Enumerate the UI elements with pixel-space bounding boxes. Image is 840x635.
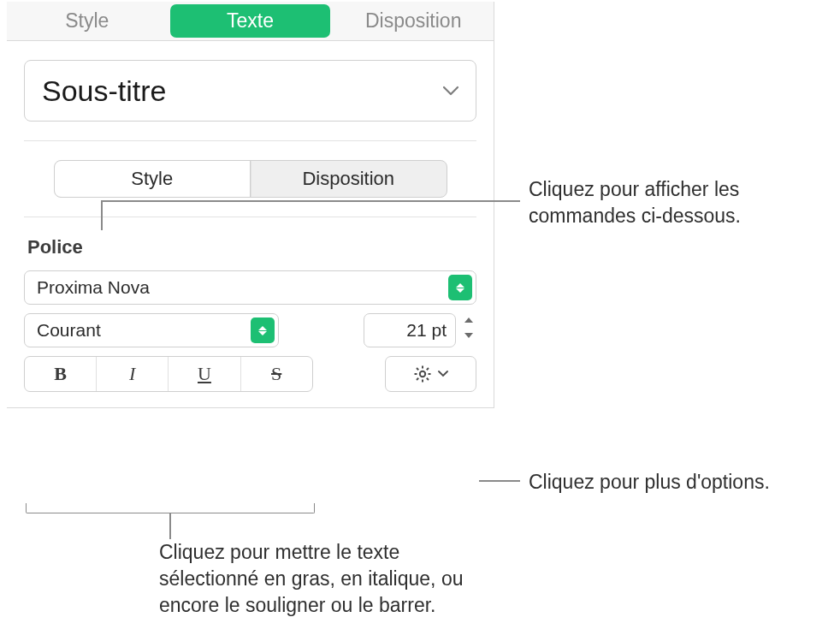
svg-line-6 [427,378,429,380]
font-family-select[interactable]: Proxima Nova [24,270,476,305]
tab-style[interactable]: Style [7,2,168,40]
bold-button[interactable]: B [25,357,97,391]
font-size-value: 21 pt [373,320,452,341]
tab-texte[interactable]: Texte [170,4,331,38]
svg-line-7 [417,378,418,380]
font-size-stepper [461,313,476,347]
underline-button[interactable]: U [169,357,240,391]
chevron-down-icon [438,371,448,377]
divider [24,217,476,217]
subtab-style[interactable]: Style [55,161,251,197]
callout-line [101,201,103,230]
svg-point-0 [420,371,425,377]
format-inspector-panel: Style Texte Disposition Sous-titre Style… [7,2,494,408]
callout-bius: Cliquez pour mettre le texte sélectionné… [159,539,501,619]
strikethrough-button[interactable]: S [241,357,312,391]
svg-line-8 [427,368,429,370]
italic-button[interactable]: I [97,357,169,391]
paragraph-style-select[interactable]: Sous-titre [24,60,476,122]
gear-icon [412,364,433,384]
advanced-options-button[interactable] [385,356,476,392]
font-section-label: Police [27,236,476,258]
panel-body: Sous-titre Style Disposition Police Prox… [7,41,494,407]
callout-advanced: Cliquez pour plus d'options. [529,469,837,496]
chevron-down-icon [443,86,458,96]
callout-line [479,480,520,482]
divider [24,140,476,141]
text-style-group: B I U S [24,356,313,392]
subtab-disposition[interactable]: Disposition [251,161,447,197]
text-subtabs: Style Disposition [54,160,447,198]
font-size-up[interactable] [461,313,476,327]
svg-line-5 [417,368,418,370]
callout-segmented: Cliquez pour afficher les commandes ci-d… [529,176,819,229]
callout-line [101,200,520,202]
callout-bracket [26,503,315,513]
font-family-value: Proxima Nova [37,277,150,298]
paragraph-style-label: Sous-titre [42,74,167,108]
callout-line [169,513,171,539]
font-size-field[interactable]: 21 pt [364,313,456,347]
font-weight-value: Courant [37,320,101,341]
updown-icon [448,275,472,300]
updown-icon [251,318,275,343]
tab-disposition[interactable]: Disposition [333,2,494,40]
inspector-tabs: Style Texte Disposition [7,2,494,41]
font-size-down[interactable] [461,329,476,342]
font-weight-select[interactable]: Courant [24,313,279,347]
